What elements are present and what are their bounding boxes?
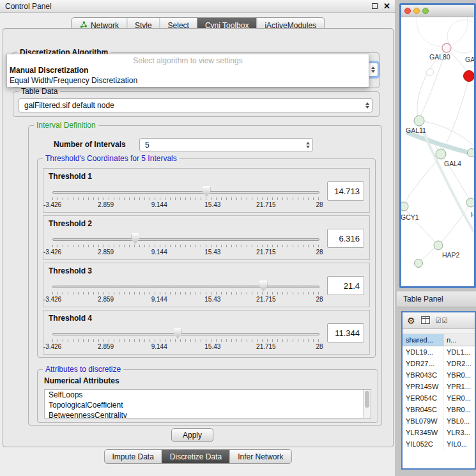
tab-label: Discretize Data bbox=[170, 452, 222, 461]
list-item[interactable]: SelfLoops bbox=[45, 390, 371, 400]
network-node-gal80[interactable] bbox=[442, 43, 451, 52]
slider-thumb[interactable] bbox=[259, 280, 268, 291]
threshold-1-panel: Threshold 1 -3.426 2.859 9.144 15.43 21.… bbox=[43, 168, 370, 213]
table-data-value: galFiltered.sif default node bbox=[24, 101, 114, 110]
threshold-label: Threshold 2 bbox=[49, 219, 92, 228]
threshold-2-value-field[interactable] bbox=[327, 229, 364, 248]
table-row[interactable]: YBR043CYBR0... bbox=[403, 369, 475, 381]
column-header-name[interactable]: n... bbox=[443, 334, 475, 346]
threshold-label: Threshold 3 bbox=[49, 266, 92, 275]
threshold-1-value-field[interactable] bbox=[327, 181, 364, 201]
node-label: GCY1 bbox=[401, 213, 419, 221]
numerical-attributes-list: SelfLoops TopologicalCoefficient Between… bbox=[44, 389, 371, 418]
network-node-red[interactable] bbox=[464, 71, 475, 82]
table-toolbar: ⚙ ☑☑ bbox=[403, 312, 475, 329]
table-row[interactable]: YER054CYER0... bbox=[403, 392, 475, 404]
network-node[interactable] bbox=[466, 198, 474, 207]
threshold-2-slider[interactable]: -3.426 2.859 9.144 15.43 21.715 28 bbox=[52, 233, 319, 259]
table-row[interactable]: YPR145WYPR1... bbox=[403, 381, 475, 392]
network-canvas[interactable]: GAL80 GA GAL11 GAL4 GCY1 H HAP2 bbox=[401, 17, 474, 286]
zoom-traffic-light-icon[interactable] bbox=[422, 8, 429, 14]
table-row[interactable]: YIL052CYIL0... bbox=[403, 438, 475, 450]
attributes-group: Attributes to discretize Numerical Attri… bbox=[37, 369, 378, 423]
threshold-4-value-field[interactable] bbox=[327, 323, 364, 342]
num-intervals-label: Number of Intervals bbox=[54, 140, 126, 149]
threshold-1-slider[interactable]: -3.426 2.859 9.144 15.43 21.715 28 bbox=[52, 185, 319, 212]
app-root: Control Panel ✕ Network Style Select Cyn… bbox=[0, 0, 476, 476]
table-data-group: Table Data galFiltered.sif default node bbox=[13, 91, 380, 117]
threshold-3-slider[interactable]: -3.426 2.859 9.144 15.43 21.715 28 bbox=[52, 280, 319, 307]
table-panel-window: ⚙ ☑☑ shared... n... YDL19...YDL1... YDR2… bbox=[401, 311, 476, 470]
node-label: H bbox=[471, 211, 474, 219]
threshold-4-slider[interactable]: -3.426 2.859 9.144 15.43 21.715 28 bbox=[52, 327, 319, 354]
node-label: GAL4 bbox=[444, 160, 461, 167]
minimize-traffic-light-icon[interactable] bbox=[413, 8, 420, 14]
network-window-titlebar bbox=[401, 5, 474, 17]
table-panel-title: Table Panel bbox=[403, 295, 443, 303]
table-row[interactable]: YBL079WYBL0... bbox=[403, 415, 475, 427]
nodes-layer bbox=[401, 43, 474, 268]
num-intervals-combobox[interactable]: 5 bbox=[139, 138, 313, 151]
table-panel-header: Table Panel bbox=[397, 291, 476, 307]
network-node[interactable] bbox=[427, 69, 434, 76]
table-row[interactable]: YDR27...YDR2... bbox=[403, 358, 475, 369]
threshold-2-panel: Threshold 2 -3.426 2.859 9.144 15.43 21.… bbox=[43, 215, 370, 260]
algorithm-dropdown-popup: Select algorithm to view settings Manual… bbox=[6, 54, 369, 88]
list-scrollbar[interactable] bbox=[363, 390, 371, 418]
group-legend: Interval Definition bbox=[34, 121, 98, 130]
group-legend: Threshold's Coordinates for 5 Intervals bbox=[43, 154, 180, 163]
scrollbar-thumb[interactable] bbox=[365, 391, 369, 408]
combo-stepper-icon bbox=[371, 66, 375, 73]
tab-infer-network[interactable]: Infer Network bbox=[229, 450, 291, 463]
slider-track[interactable] bbox=[52, 333, 319, 335]
apply-button[interactable]: Apply bbox=[171, 428, 213, 442]
slider-track[interactable] bbox=[52, 286, 319, 288]
float-window-icon[interactable] bbox=[372, 3, 378, 9]
table-row[interactable]: YDL19...YDL1... bbox=[403, 346, 475, 358]
select-columns-checkbox-icons[interactable]: ☑☑ bbox=[436, 317, 449, 324]
column-header-shared-name[interactable]: shared... bbox=[403, 334, 443, 346]
columns-icon[interactable] bbox=[421, 315, 430, 326]
list-item[interactable]: BetweennessCentrality bbox=[45, 410, 371, 418]
slider-thumb[interactable] bbox=[174, 328, 182, 339]
threshold-label: Threshold 1 bbox=[49, 172, 92, 181]
network-node[interactable] bbox=[415, 259, 423, 268]
slider-thumb[interactable] bbox=[131, 233, 139, 244]
slider-track[interactable] bbox=[52, 238, 319, 241]
close-window-icon[interactable]: ✕ bbox=[383, 2, 390, 10]
table-data-combobox[interactable]: galFiltered.sif default node bbox=[19, 98, 372, 112]
dropdown-option-equal-width[interactable]: Equal Width/Frequency Discretization bbox=[7, 75, 369, 86]
table-header-row: shared... n... bbox=[403, 334, 475, 346]
table-row[interactable]: YLR345WYLR3... bbox=[403, 427, 475, 438]
network-graph: GAL80 GA GAL11 GAL4 GCY1 H HAP2 bbox=[401, 17, 474, 288]
network-node-hap2[interactable] bbox=[434, 241, 443, 250]
tab-label: Impute Data bbox=[112, 452, 153, 461]
control-panel-window: Control Panel ✕ Network Style Select Cyn… bbox=[0, 0, 396, 476]
tab-impute-data[interactable]: Impute Data bbox=[104, 450, 161, 463]
close-traffic-light-icon[interactable] bbox=[404, 8, 411, 14]
network-view-window: GAL80 GA GAL11 GAL4 GCY1 H HAP2 bbox=[399, 3, 476, 288]
threshold-3-value-field[interactable] bbox=[327, 276, 364, 295]
dropdown-placeholder: Select algorithm to view settings bbox=[7, 54, 369, 65]
control-panel-titlebar: Control Panel ✕ bbox=[0, 0, 395, 13]
network-node-gal4[interactable] bbox=[436, 149, 446, 159]
slider-thumb[interactable] bbox=[203, 186, 211, 197]
table-body: YDL19...YDL1... YDR27...YDR2... YBR043CY… bbox=[403, 346, 475, 450]
gear-icon[interactable]: ⚙ bbox=[407, 316, 415, 325]
table-row[interactable]: YBR045CYBR0... bbox=[403, 404, 475, 415]
network-node[interactable] bbox=[468, 149, 475, 157]
tab-label: Infer Network bbox=[238, 452, 283, 461]
tab-discretize-data[interactable]: Discretize Data bbox=[162, 450, 229, 463]
window-title: Control Panel bbox=[5, 2, 52, 11]
threshold-label: Threshold 4 bbox=[49, 314, 92, 323]
network-node-gal11[interactable] bbox=[414, 116, 424, 126]
list-item[interactable]: TopologicalCoefficient bbox=[45, 400, 371, 410]
dropdown-option-manual[interactable]: Manual Discretization bbox=[7, 65, 369, 75]
node-label: GA bbox=[465, 56, 474, 63]
node-label: HAP2 bbox=[442, 251, 460, 259]
num-intervals-value: 5 bbox=[145, 141, 150, 150]
slider-ticks bbox=[52, 292, 319, 295]
slider-track[interactable] bbox=[52, 191, 319, 194]
combo-stepper-icon bbox=[306, 142, 310, 148]
network-node-gcy1[interactable] bbox=[401, 202, 408, 211]
